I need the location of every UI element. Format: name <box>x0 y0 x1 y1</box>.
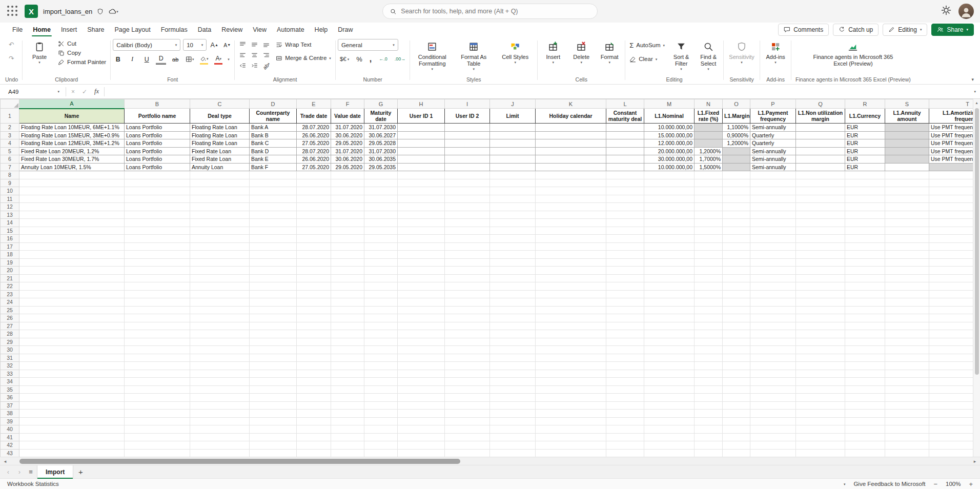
row-header-7[interactable]: 7 <box>1 163 19 171</box>
cell-N32[interactable] <box>695 362 723 370</box>
cell-S6[interactable] <box>885 155 929 164</box>
cell-N6[interactable]: 1,7000% <box>695 155 723 164</box>
cell-C40[interactable] <box>190 425 250 434</box>
cell-K11[interactable] <box>536 195 606 203</box>
cell-C11[interactable] <box>190 195 250 203</box>
cell-O24[interactable] <box>723 298 750 307</box>
menu-tab-automate[interactable]: Automate <box>272 23 310 36</box>
cell-A22[interactable] <box>19 282 125 291</box>
row-header-1[interactable]: 1 <box>1 109 19 124</box>
cell-R36[interactable] <box>845 394 885 402</box>
cell-I40[interactable] <box>445 425 490 434</box>
cell-R41[interactable] <box>845 433 885 441</box>
cell-L6[interactable] <box>606 155 644 164</box>
cell-R15[interactable] <box>845 227 885 235</box>
row-header-30[interactable]: 30 <box>1 346 19 354</box>
cell-N1[interactable]: L1.Fixed rate (%) <box>695 109 723 124</box>
increase-indent-icon[interactable] <box>250 60 260 71</box>
cell-B40[interactable] <box>125 425 190 434</box>
cell-A15[interactable] <box>19 227 125 235</box>
cell-D22[interactable] <box>250 282 297 291</box>
cell-O38[interactable] <box>723 410 750 418</box>
cell-B36[interactable] <box>125 394 190 402</box>
cell-S4[interactable] <box>885 139 929 148</box>
cell-H6[interactable] <box>398 155 445 164</box>
cell-F13[interactable] <box>331 211 364 219</box>
cell-Q5[interactable] <box>796 147 845 155</box>
cell-S5[interactable] <box>885 147 929 155</box>
cell-K4[interactable] <box>536 139 606 148</box>
cell-B31[interactable] <box>125 354 190 362</box>
find-select-button[interactable]: Find & Select ▾ <box>696 39 721 71</box>
cell-P15[interactable] <box>750 227 796 235</box>
cell-M21[interactable] <box>644 274 695 282</box>
cell-F9[interactable] <box>331 179 364 187</box>
cell-Q15[interactable] <box>796 227 845 235</box>
column-header-H[interactable]: H <box>398 99 445 109</box>
cell-N10[interactable] <box>695 187 723 195</box>
cell-R19[interactable] <box>845 258 885 267</box>
cell-J7[interactable] <box>490 163 536 171</box>
cell-E40[interactable] <box>297 425 331 434</box>
cell-H23[interactable] <box>398 290 445 298</box>
cell-J32[interactable] <box>490 362 536 370</box>
cell-I36[interactable] <box>445 394 490 402</box>
cell-N23[interactable] <box>695 290 723 298</box>
cell-B17[interactable] <box>125 242 190 251</box>
cell-K8[interactable] <box>536 171 606 179</box>
cell-S41[interactable] <box>885 433 929 441</box>
cell-M24[interactable] <box>644 298 695 307</box>
cell-I11[interactable] <box>445 195 490 203</box>
cell-J37[interactable] <box>490 401 536 410</box>
cell-Q24[interactable] <box>796 298 845 307</box>
settings-gear-icon[interactable] <box>941 5 951 17</box>
cell-O17[interactable] <box>723 242 750 251</box>
cell-G14[interactable] <box>364 219 398 227</box>
cell-H36[interactable] <box>398 394 445 402</box>
cell-H25[interactable] <box>398 306 445 314</box>
cell-G11[interactable] <box>364 195 398 203</box>
cell-M25[interactable] <box>644 306 695 314</box>
cell-M34[interactable] <box>644 378 695 386</box>
cell-R34[interactable] <box>845 378 885 386</box>
finance-agents-button[interactable]: Finance agents in Microsoft 365 Excel (P… <box>806 39 901 67</box>
cell-C10[interactable] <box>190 187 250 195</box>
column-header-K[interactable]: K <box>536 99 606 109</box>
cell-S2[interactable] <box>885 124 929 132</box>
app-launcher-icon[interactable] <box>6 5 19 18</box>
cell-E41[interactable] <box>297 433 331 441</box>
align-center-icon[interactable] <box>250 50 260 60</box>
cell-K25[interactable] <box>536 306 606 314</box>
cell-C16[interactable] <box>190 235 250 243</box>
row-header-21[interactable]: 21 <box>1 274 19 282</box>
cell-Q22[interactable] <box>796 282 845 291</box>
cell-E25[interactable] <box>297 306 331 314</box>
cell-C21[interactable] <box>190 274 250 282</box>
cell-Q9[interactable] <box>796 179 845 187</box>
cell-G34[interactable] <box>364 378 398 386</box>
undo-icon[interactable]: ↶ <box>7 39 17 50</box>
cell-I37[interactable] <box>445 401 490 410</box>
row-header-12[interactable]: 12 <box>1 203 19 211</box>
cell-H12[interactable] <box>398 203 445 211</box>
cell-O19[interactable] <box>723 258 750 267</box>
cell-D13[interactable] <box>250 211 297 219</box>
cell-H34[interactable] <box>398 378 445 386</box>
cell-G25[interactable] <box>364 306 398 314</box>
name-box[interactable]: A49▾ <box>5 87 63 97</box>
cell-Q26[interactable] <box>796 314 845 322</box>
cell-B11[interactable] <box>125 195 190 203</box>
cell-J20[interactable] <box>490 267 536 275</box>
cell-L7[interactable] <box>606 163 644 171</box>
cell-S15[interactable] <box>885 227 929 235</box>
cell-S14[interactable] <box>885 219 929 227</box>
cell-L16[interactable] <box>606 235 644 243</box>
cell-K28[interactable] <box>536 330 606 338</box>
menu-tab-insert[interactable]: Insert <box>56 23 82 36</box>
cell-D26[interactable] <box>250 314 297 322</box>
cell-J1[interactable]: Limit <box>490 109 536 124</box>
row-header-6[interactable]: 6 <box>1 155 19 164</box>
cell-I26[interactable] <box>445 314 490 322</box>
cell-N36[interactable] <box>695 394 723 402</box>
cell-N35[interactable] <box>695 385 723 394</box>
